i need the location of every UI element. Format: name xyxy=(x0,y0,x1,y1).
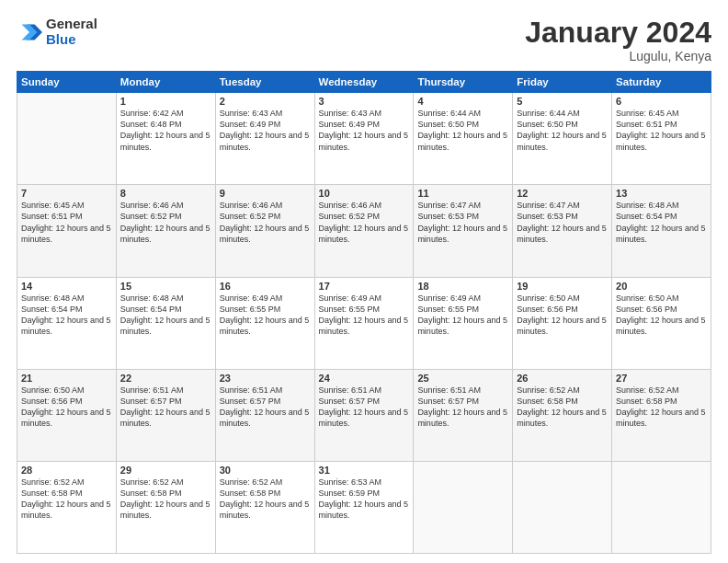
day-number: 13 xyxy=(616,188,707,199)
day-detail: Sunrise: 6:48 AM Sunset: 6:54 PM Dayligh… xyxy=(21,293,112,338)
day-detail: Sunrise: 6:50 AM Sunset: 6:56 PM Dayligh… xyxy=(517,293,608,338)
calendar-cell: 15Sunrise: 6:48 AM Sunset: 6:54 PM Dayli… xyxy=(116,277,215,369)
day-number: 9 xyxy=(220,188,311,199)
day-detail: Sunrise: 6:51 AM Sunset: 6:57 PM Dayligh… xyxy=(120,385,211,430)
day-detail: Sunrise: 6:52 AM Sunset: 6:58 PM Dayligh… xyxy=(220,477,311,522)
title-block: January 2024 Lugulu, Kenya xyxy=(525,17,711,63)
calendar-cell: 1Sunrise: 6:42 AM Sunset: 6:48 PM Daylig… xyxy=(116,93,215,185)
calendar-table: SundayMondayTuesdayWednesdayThursdayFrid… xyxy=(17,71,711,554)
day-detail: Sunrise: 6:51 AM Sunset: 6:57 PM Dayligh… xyxy=(220,385,311,430)
day-detail: Sunrise: 6:44 AM Sunset: 6:50 PM Dayligh… xyxy=(517,108,608,153)
calendar-cell: 24Sunrise: 6:51 AM Sunset: 6:57 PM Dayli… xyxy=(314,369,414,461)
day-detail: Sunrise: 6:43 AM Sunset: 6:49 PM Dayligh… xyxy=(319,108,410,153)
calendar-cell: 27Sunrise: 6:52 AM Sunset: 6:58 PM Dayli… xyxy=(612,369,711,461)
day-number: 29 xyxy=(120,465,211,476)
calendar-cell: 11Sunrise: 6:47 AM Sunset: 6:53 PM Dayli… xyxy=(414,185,513,277)
logo-blue: Blue xyxy=(46,32,97,48)
day-number: 11 xyxy=(417,188,508,199)
day-number: 22 xyxy=(120,373,211,384)
calendar-cell: 22Sunrise: 6:51 AM Sunset: 6:57 PM Dayli… xyxy=(116,369,215,461)
day-number: 16 xyxy=(220,281,311,292)
calendar-cell: 19Sunrise: 6:50 AM Sunset: 6:56 PM Dayli… xyxy=(513,277,612,369)
calendar-cell: 21Sunrise: 6:50 AM Sunset: 6:56 PM Dayli… xyxy=(17,369,117,461)
day-number: 14 xyxy=(21,281,112,292)
calendar-cell: 31Sunrise: 6:53 AM Sunset: 6:59 PM Dayli… xyxy=(314,461,414,553)
day-detail: Sunrise: 6:49 AM Sunset: 6:55 PM Dayligh… xyxy=(417,293,508,338)
day-number: 19 xyxy=(517,281,608,292)
calendar-cell: 20Sunrise: 6:50 AM Sunset: 6:56 PM Dayli… xyxy=(612,277,711,369)
day-number: 3 xyxy=(319,96,410,107)
day-detail: Sunrise: 6:51 AM Sunset: 6:57 PM Dayligh… xyxy=(319,385,410,430)
logo: General Blue xyxy=(17,17,97,47)
calendar-cell: 26Sunrise: 6:52 AM Sunset: 6:58 PM Dayli… xyxy=(513,369,612,461)
day-detail: Sunrise: 6:49 AM Sunset: 6:55 PM Dayligh… xyxy=(220,293,311,338)
calendar-cell: 6Sunrise: 6:45 AM Sunset: 6:51 PM Daylig… xyxy=(612,93,711,185)
day-number: 23 xyxy=(220,373,311,384)
day-number: 24 xyxy=(319,373,410,384)
calendar-cell xyxy=(612,461,711,553)
location: Lugulu, Kenya xyxy=(525,49,711,63)
calendar-cell: 4Sunrise: 6:44 AM Sunset: 6:50 PM Daylig… xyxy=(414,93,513,185)
calendar-cell: 17Sunrise: 6:49 AM Sunset: 6:55 PM Dayli… xyxy=(314,277,414,369)
day-number: 25 xyxy=(417,373,508,384)
day-detail: Sunrise: 6:53 AM Sunset: 6:59 PM Dayligh… xyxy=(319,477,410,522)
day-detail: Sunrise: 6:49 AM Sunset: 6:55 PM Dayligh… xyxy=(319,293,410,338)
day-number: 2 xyxy=(220,96,311,107)
calendar-cell: 23Sunrise: 6:51 AM Sunset: 6:57 PM Dayli… xyxy=(215,369,314,461)
logo-text: General Blue xyxy=(46,17,97,47)
calendar-cell: 3Sunrise: 6:43 AM Sunset: 6:49 PM Daylig… xyxy=(314,93,414,185)
calendar-cell: 7Sunrise: 6:45 AM Sunset: 6:51 PM Daylig… xyxy=(17,185,117,277)
day-detail: Sunrise: 6:48 AM Sunset: 6:54 PM Dayligh… xyxy=(120,293,211,338)
day-number: 12 xyxy=(517,188,608,199)
calendar-cell: 5Sunrise: 6:44 AM Sunset: 6:50 PM Daylig… xyxy=(513,93,612,185)
day-detail: Sunrise: 6:44 AM Sunset: 6:50 PM Dayligh… xyxy=(417,108,508,153)
day-number: 4 xyxy=(417,96,508,107)
weekday-header: Saturday xyxy=(612,72,711,93)
day-detail: Sunrise: 6:50 AM Sunset: 6:56 PM Dayligh… xyxy=(616,293,707,338)
calendar-cell: 28Sunrise: 6:52 AM Sunset: 6:58 PM Dayli… xyxy=(17,461,117,553)
calendar-cell: 25Sunrise: 6:51 AM Sunset: 6:57 PM Dayli… xyxy=(414,369,513,461)
day-number: 31 xyxy=(319,465,410,476)
weekday-header: Wednesday xyxy=(314,72,414,93)
day-number: 15 xyxy=(120,281,211,292)
day-detail: Sunrise: 6:46 AM Sunset: 6:52 PM Dayligh… xyxy=(319,200,410,245)
day-detail: Sunrise: 6:52 AM Sunset: 6:58 PM Dayligh… xyxy=(616,385,707,430)
weekday-header: Friday xyxy=(513,72,612,93)
day-detail: Sunrise: 6:47 AM Sunset: 6:53 PM Dayligh… xyxy=(517,200,608,245)
calendar-cell: 13Sunrise: 6:48 AM Sunset: 6:54 PM Dayli… xyxy=(612,185,711,277)
calendar-cell xyxy=(414,461,513,553)
day-number: 30 xyxy=(220,465,311,476)
day-number: 17 xyxy=(319,281,410,292)
calendar-cell: 29Sunrise: 6:52 AM Sunset: 6:58 PM Dayli… xyxy=(116,461,215,553)
weekday-header: Tuesday xyxy=(215,72,314,93)
day-number: 27 xyxy=(616,373,707,384)
weekday-header: Thursday xyxy=(414,72,513,93)
day-detail: Sunrise: 6:52 AM Sunset: 6:58 PM Dayligh… xyxy=(21,477,112,522)
day-detail: Sunrise: 6:51 AM Sunset: 6:57 PM Dayligh… xyxy=(417,385,508,430)
weekday-header: Monday xyxy=(116,72,215,93)
day-detail: Sunrise: 6:45 AM Sunset: 6:51 PM Dayligh… xyxy=(21,200,112,245)
day-number: 18 xyxy=(417,281,508,292)
day-detail: Sunrise: 6:52 AM Sunset: 6:58 PM Dayligh… xyxy=(120,477,211,522)
calendar-week-row: 1Sunrise: 6:42 AM Sunset: 6:48 PM Daylig… xyxy=(17,93,711,185)
logo-general: General xyxy=(46,17,97,32)
calendar-cell: 12Sunrise: 6:47 AM Sunset: 6:53 PM Dayli… xyxy=(513,185,612,277)
day-number: 5 xyxy=(517,96,608,107)
day-detail: Sunrise: 6:48 AM Sunset: 6:54 PM Dayligh… xyxy=(616,200,707,245)
day-number: 28 xyxy=(21,465,112,476)
header: General Blue January 2024 Lugulu, Kenya xyxy=(17,17,711,63)
day-number: 21 xyxy=(21,373,112,384)
day-detail: Sunrise: 6:43 AM Sunset: 6:49 PM Dayligh… xyxy=(220,108,311,153)
page: General Blue January 2024 Lugulu, Kenya … xyxy=(0,0,728,563)
calendar-cell: 16Sunrise: 6:49 AM Sunset: 6:55 PM Dayli… xyxy=(215,277,314,369)
calendar-cell: 9Sunrise: 6:46 AM Sunset: 6:52 PM Daylig… xyxy=(215,185,314,277)
day-number: 20 xyxy=(616,281,707,292)
calendar-week-row: 14Sunrise: 6:48 AM Sunset: 6:54 PM Dayli… xyxy=(17,277,711,369)
day-number: 1 xyxy=(120,96,211,107)
calendar-cell: 2Sunrise: 6:43 AM Sunset: 6:49 PM Daylig… xyxy=(215,93,314,185)
day-detail: Sunrise: 6:50 AM Sunset: 6:56 PM Dayligh… xyxy=(21,385,112,430)
day-detail: Sunrise: 6:45 AM Sunset: 6:51 PM Dayligh… xyxy=(616,108,707,153)
day-detail: Sunrise: 6:42 AM Sunset: 6:48 PM Dayligh… xyxy=(120,108,211,153)
day-number: 10 xyxy=(319,188,410,199)
weekday-header: Sunday xyxy=(17,72,117,93)
